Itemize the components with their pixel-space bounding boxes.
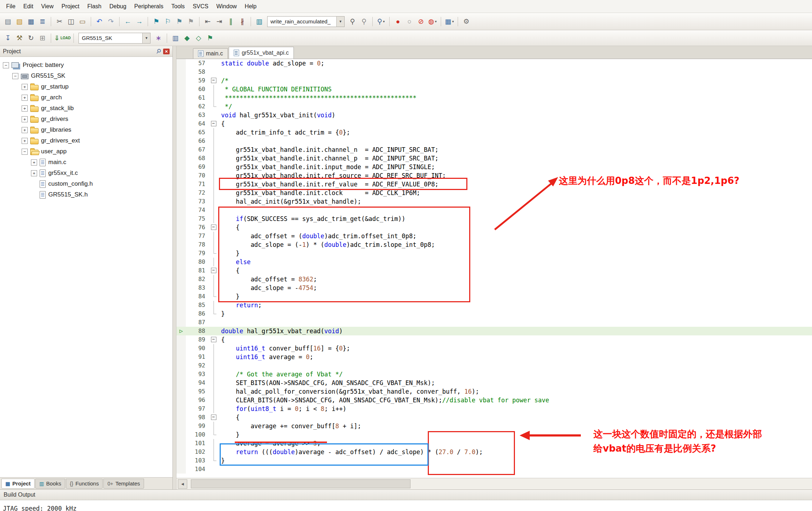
- save-icon[interactable]: ▦: [26, 16, 36, 27]
- kill-breakpoints-icon[interactable]: ◍▾: [427, 16, 438, 27]
- code-line-96[interactable]: 96 CLEAR_BITS(AON->SNSADC_CFG, AON_SNSAD…: [176, 396, 812, 404]
- code-line-72[interactable]: 72 gr551x_vbat_handle.init.clock = ADC_C…: [176, 189, 812, 197]
- search-icon[interactable]: ⚲▾: [376, 16, 386, 27]
- tree-item-gr55xx-it-c[interactable]: +gr55xx_it.c: [0, 168, 172, 178]
- code-line-70[interactable]: 70 gr551x_vbat_handle.init.ref_source = …: [176, 171, 812, 180]
- code-line-73[interactable]: 73 hal_adc_init(&gr551x_vbat_handle);: [176, 197, 812, 206]
- download-icon[interactable]: ⇓LOAD: [54, 32, 71, 44]
- menu-view[interactable]: View: [37, 1, 57, 12]
- menu-help[interactable]: Help: [241, 1, 261, 12]
- current-line-marker[interactable]: ▷: [176, 327, 186, 335]
- manage-books-icon[interactable]: ◇: [193, 32, 204, 44]
- scrollbar-track[interactable]: [189, 479, 810, 489]
- tree-item-gr-drivers-ext[interactable]: +gr_drivers_ext: [0, 135, 172, 146]
- menu-svcs[interactable]: SVCS: [189, 1, 212, 12]
- build-icon[interactable]: ⚒: [14, 32, 25, 44]
- code-line-91[interactable]: 91 uint16_t average = 0;: [176, 353, 812, 361]
- tab-main-c[interactable]: main.c: [193, 48, 228, 59]
- menu-tools[interactable]: Tools: [167, 1, 189, 12]
- code-line-64[interactable]: 64−{: [176, 119, 812, 128]
- paste-icon[interactable]: ▭: [77, 16, 88, 27]
- toggle-bookmark-icon[interactable]: ⚑: [151, 16, 162, 27]
- code-line-66[interactable]: 66: [176, 137, 812, 145]
- insert-breakpoint-icon[interactable]: ●: [392, 16, 403, 27]
- chevron-down-icon[interactable]: ▾: [452, 20, 454, 23]
- outdent-icon[interactable]: ⇤: [202, 16, 213, 27]
- tree-item-gr-startup[interactable]: +gr_startup: [0, 81, 172, 92]
- menu-flash[interactable]: Flash: [84, 1, 106, 12]
- code-line-77[interactable]: 77 adc_offset = (double)adc_trim.offset_…: [176, 232, 812, 240]
- pin-icon[interactable]: ⚲: [154, 47, 162, 55]
- code-line-81[interactable]: 81− {: [176, 266, 812, 275]
- menu-project[interactable]: Project: [58, 1, 84, 12]
- incremental-find-icon[interactable]: ⚲: [359, 16, 369, 27]
- panel-splitter[interactable]: [173, 46, 176, 489]
- tree-item-custom-config-h[interactable]: custom_config.h: [0, 178, 172, 189]
- manage-rte-icon[interactable]: ◆: [181, 32, 192, 44]
- code-line-82[interactable]: 82 adc_offset = 8362;: [176, 275, 812, 284]
- find-icon[interactable]: ⚲: [347, 16, 358, 27]
- find-text-combo[interactable]: write_rain_accumulated_▾: [267, 16, 345, 27]
- tree-item-gr5515-sk-h[interactable]: GR5515_SK.h: [0, 189, 172, 200]
- scrollbar-thumb[interactable]: [191, 479, 411, 488]
- code-line-100[interactable]: 100 }: [176, 430, 812, 439]
- code-line-93[interactable]: 93 /* Got the average of Vbat */: [176, 370, 812, 379]
- code-line-63[interactable]: 63void hal_gr551x_vbat_init(void): [176, 111, 812, 119]
- expand-icon[interactable]: +: [31, 170, 37, 176]
- code-line-59[interactable]: 59−/*: [176, 76, 812, 85]
- menu-edit[interactable]: Edit: [19, 1, 37, 12]
- code-line-86[interactable]: 86}: [176, 309, 812, 318]
- code-line-85[interactable]: 85 return;: [176, 301, 812, 309]
- code-line-58[interactable]: 58: [176, 68, 812, 76]
- disable-breakpoints-icon[interactable]: ⊘: [416, 16, 426, 27]
- fold-collapse-icon[interactable]: −: [211, 78, 216, 83]
- uncomment-icon[interactable]: ∦: [237, 16, 248, 27]
- code-line-78[interactable]: 78 adc_slope = (-1) * (double)adc_trim.s…: [176, 240, 812, 249]
- code-editor[interactable]: 57static double adc_slope = 0;5859−/*60 …: [176, 59, 812, 478]
- code-line-68[interactable]: 68 gr551x_vbat_handle.init.channel_p = A…: [176, 154, 812, 163]
- code-line-89[interactable]: 89−{: [176, 335, 812, 344]
- navigate-forward-icon[interactable]: →: [134, 16, 145, 27]
- file-extensions-icon[interactable]: ▥: [170, 32, 181, 44]
- tree-item-main-c[interactable]: +main.c: [0, 157, 172, 168]
- build-output-content[interactable]: JTAG speed: 2000 kHz: [0, 500, 812, 511]
- code-line-61[interactable]: 61 *************************************…: [176, 94, 812, 102]
- panel-tab-functions[interactable]: {}Functions: [66, 479, 103, 489]
- code-line-83[interactable]: 83 adc_slope = -4754;: [176, 284, 812, 292]
- code-line-92[interactable]: 92: [176, 361, 812, 370]
- code-line-104[interactable]: 104: [176, 465, 812, 474]
- code-line-62[interactable]: 62 */: [176, 102, 812, 111]
- rebuild-icon[interactable]: ↻: [26, 32, 36, 44]
- options-for-target-icon[interactable]: ∗: [153, 32, 164, 44]
- code-line-99[interactable]: 99 average += conver_buff[8 + i];: [176, 422, 812, 430]
- comment-icon[interactable]: ∥: [225, 16, 236, 27]
- tree-item-gr-arch[interactable]: +gr_arch: [0, 92, 172, 103]
- cut-icon[interactable]: ✂: [54, 16, 65, 27]
- enable-breakpoint-icon[interactable]: ○: [404, 16, 415, 27]
- next-bookmark-icon[interactable]: ⚑: [174, 16, 185, 27]
- expand-icon[interactable]: +: [22, 105, 28, 112]
- green-flag-icon[interactable]: ⚑: [205, 32, 215, 44]
- expand-icon[interactable]: +: [22, 127, 28, 133]
- code-line-76[interactable]: 76− {: [176, 223, 812, 232]
- fold-collapse-icon[interactable]: −: [211, 415, 216, 420]
- chevron-down-icon[interactable]: ▾: [435, 20, 437, 23]
- close-icon[interactable]: ✕: [163, 49, 170, 54]
- fold-collapse-icon[interactable]: −: [211, 268, 216, 273]
- menu-file[interactable]: File: [2, 1, 19, 12]
- code-line-75[interactable]: 75 if(SDK_SUCCESS == sys_adc_trim_get(&a…: [176, 214, 812, 223]
- new-file-icon[interactable]: ▤: [3, 16, 13, 27]
- expand-icon[interactable]: +: [22, 84, 28, 90]
- menu-debug[interactable]: Debug: [106, 1, 130, 12]
- code-line-57[interactable]: 57static double adc_slope = 0;: [176, 59, 812, 68]
- code-line-67[interactable]: 67 gr551x_vbat_handle.init.channel_n = A…: [176, 145, 812, 154]
- code-line-79[interactable]: 79 }: [176, 249, 812, 258]
- tree-item-gr-drivers[interactable]: +gr_drivers: [0, 114, 172, 125]
- tab-gr551x-vbat-api-c[interactable]: gr551x_vbat_api.c: [229, 47, 294, 59]
- code-line-98[interactable]: 98− {: [176, 413, 812, 422]
- wrench-icon[interactable]: ⚙: [461, 16, 472, 27]
- batch-build-icon[interactable]: ⊞: [37, 32, 48, 44]
- debug-windows-icon[interactable]: ▦▾: [444, 16, 455, 27]
- code-line-101[interactable]: 101 average = average >> 3;: [176, 439, 812, 448]
- code-line-60[interactable]: 60 * GLOBAL FUNCTION DEFINITIONS: [176, 85, 812, 94]
